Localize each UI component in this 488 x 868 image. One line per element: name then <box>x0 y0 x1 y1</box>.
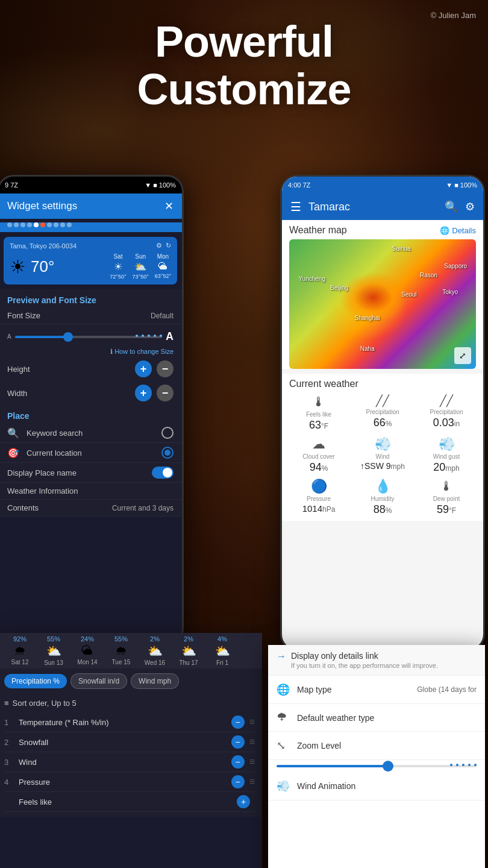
precip-in-icon: ╱╱ <box>417 394 476 407</box>
sort-minus-1[interactable]: − <box>231 715 245 729</box>
weather-cell-pressure: 🔵 Pressure 1014hPa <box>289 479 348 516</box>
slider-dots <box>136 335 162 337</box>
settings-icon[interactable]: ⚙ <box>156 242 162 250</box>
bottom-right-panel: → Display only details link If you turn … <box>268 645 485 868</box>
search-icon-header[interactable]: 🔍 <box>445 200 458 213</box>
city-shanghai: Shanghai <box>355 315 380 321</box>
globe-icon: 🌐 <box>440 226 449 235</box>
drag-handle-2[interactable]: ≡ <box>249 737 255 747</box>
settings-icon-header[interactable]: ⚙ <box>465 200 475 213</box>
display-place-toggle[interactable] <box>152 467 174 479</box>
weather-map[interactable]: Suihua Rason Sapporo Beijing Seoul Tokyo… <box>289 239 476 369</box>
weather-icon-sun: ☀ <box>10 256 26 277</box>
sort-minus-3[interactable]: − <box>231 755 245 769</box>
height-plus-button[interactable]: + <box>135 360 152 377</box>
hamburger-icon[interactable]: ☰ <box>290 200 301 214</box>
weather-cell-precip-in: ╱╱ Precipitation 0.03in <box>417 394 476 432</box>
current-weather-section: Current weather 🌡 Feels like 63°F ╱╱ Pre… <box>282 374 483 521</box>
zoom-track[interactable] <box>277 765 477 767</box>
drag-handle-4[interactable]: ≡ <box>249 776 255 787</box>
wind-animation-row[interactable]: 💨 Wind Animation <box>268 772 485 800</box>
dew-icon: 🌡 <box>417 479 476 494</box>
city-suihua: Suihua <box>392 245 411 252</box>
globe-map-icon: 🌐 <box>277 683 291 696</box>
status-bar-left: 9 7Z ▼ ■ 100% <box>0 177 182 193</box>
phones-area: 9 7Z ▼ ■ 100% Widget settings ✕ Tama, To… <box>0 175 488 868</box>
app-header-icons: 🔍 ⚙ <box>445 200 475 213</box>
zoom-dots <box>450 764 477 766</box>
weather-info-row: Weather Information <box>0 483 182 500</box>
keyword-search-row[interactable]: 🔍 Keyword search <box>0 423 182 443</box>
app-header: ☰ Tamarac 🔍 ⚙ <box>282 193 483 220</box>
font-slider-row[interactable]: A A <box>0 324 182 347</box>
default-weather-type-row[interactable]: 🌩 Default weather type <box>268 704 485 732</box>
width-minus-button[interactable]: − <box>157 385 174 401</box>
section-title-preview: Preview and Font Size <box>0 289 182 307</box>
sort-row-2: 2 Snowfall − ≡ <box>4 732 255 752</box>
sort-row-4: 4 Pressure − ≡ <box>4 772 255 792</box>
close-icon[interactable]: ✕ <box>164 200 174 213</box>
settings-body: Preview and Font Size Font Size Default … <box>0 289 182 517</box>
keyword-radio[interactable] <box>161 427 174 439</box>
widget-header: Widget settings ✕ <box>0 193 182 219</box>
city-tokyo: Tokyo <box>442 289 458 295</box>
width-plus-button[interactable]: + <box>135 385 152 401</box>
current-location-row[interactable]: 🎯 Current location <box>0 443 182 463</box>
thermometer-icon: 🌡 <box>289 394 348 410</box>
forecast-sat12: 92% 🌧 Sat 12 <box>4 635 36 666</box>
details-link[interactable]: 🌐 Details <box>440 226 476 235</box>
zoom-slider[interactable] <box>268 760 485 772</box>
weather-cell-cloud: ☁ Cloud cover 94% <box>289 436 348 474</box>
forecast-fri: 4% ⛅ Fri 1 <box>207 635 238 666</box>
arrow-icon: → <box>277 651 286 662</box>
sort-plus-feels-like[interactable]: + <box>237 795 250 808</box>
font-slider-track[interactable] <box>15 336 162 338</box>
sort-minus-2[interactable]: − <box>231 735 245 749</box>
forecast-tabs: Precipitation % Snowfall in/d Wind mph <box>0 668 262 694</box>
map-type-row[interactable]: 🌐 Map type Globe (14 days for <box>268 676 485 704</box>
map-overlay <box>289 239 476 369</box>
sort-row-3: 3 Wind − ≡ <box>4 752 255 772</box>
precip-pct-icon: ╱╱ <box>353 394 412 407</box>
weather-cell-wind: 💨 Wind ↑SSW 9mph <box>353 436 412 474</box>
height-row: Height + − <box>0 357 182 381</box>
city-seoul: Seoul <box>401 291 417 298</box>
pressure-icon: 🔵 <box>289 479 348 494</box>
widget-weather-row: ☀ 70° Sat ☀ 72°50° Sun ⛅ 73°50° Mon <box>10 253 171 280</box>
weather-cell-wind-gust: 💨 Wind gust 20mph <box>417 436 476 474</box>
font-small-label: A <box>7 333 11 340</box>
dot-9 <box>60 222 65 227</box>
height-controls: + − <box>135 360 174 377</box>
dot-2 <box>14 222 19 227</box>
map-expand-button[interactable]: ⤢ <box>454 347 471 364</box>
tab-precipitation[interactable]: Precipitation % <box>4 674 67 688</box>
height-minus-button[interactable]: − <box>157 360 174 377</box>
dot-6 <box>40 222 45 227</box>
location-icon: 🎯 <box>7 447 19 459</box>
dot-1 <box>7 222 12 227</box>
dot-7 <box>47 222 52 227</box>
wind-icon: 💨 <box>353 436 412 452</box>
city-naha: Naha <box>360 345 375 352</box>
wind-anim-icon: 💨 <box>277 779 291 793</box>
how-to-change[interactable]: ℹ How to change Size <box>0 347 182 357</box>
location-radio[interactable] <box>161 447 174 459</box>
slider-thumb[interactable] <box>63 332 73 342</box>
zoom-thumb[interactable] <box>383 761 393 772</box>
refresh-icon[interactable]: ↻ <box>166 242 171 250</box>
drag-handle-1[interactable]: ≡ <box>249 717 255 728</box>
weather-map-section: Weather map 🌐 Details Suihua Rason Sappo… <box>282 220 483 369</box>
sort-header: ≡ Sort order, Up to 5 <box>4 699 255 708</box>
widget-preview: Tama, Tokyo 206-0034 ⚙ ↻ ☀ 70° Sat ☀ 72°… <box>4 237 177 285</box>
tab-snowfall[interactable]: Snowfall in/d <box>70 673 127 689</box>
widget-day-sat: Sat ☀ 72°50° <box>110 253 126 280</box>
dot-10 <box>67 222 72 227</box>
drag-handle-3[interactable]: ≡ <box>249 756 255 767</box>
display-place-row[interactable]: Display Place name <box>0 463 182 483</box>
forecast-sun13: 55% ⛅ Sun 13 <box>38 635 69 666</box>
forecast-tue15: 55% 🌧 Tue 15 <box>105 635 137 666</box>
font-big-label: A <box>166 330 174 343</box>
zoom-level-row: ⤡ Zoom Level <box>268 732 485 760</box>
sort-minus-4[interactable]: − <box>231 775 245 788</box>
tab-wind[interactable]: Wind mph <box>131 673 179 689</box>
